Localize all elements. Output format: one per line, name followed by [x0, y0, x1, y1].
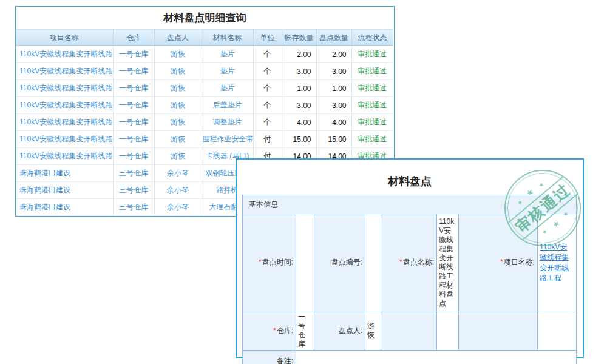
cell-book_qty: 4.00: [282, 114, 316, 131]
cell-material[interactable]: 垫片: [202, 63, 253, 80]
table-row: 110kV安徽线程集变开断线路工程一号仓库游恢垫片个3.003.00审批通过: [16, 63, 393, 80]
label-remark: 备注:: [243, 351, 296, 364]
cell-project[interactable]: 珠海鹤港口建设: [16, 199, 113, 216]
table-row: 110kV安徽线程集变开断线路工程一号仓库游恢垫片个2.002.00审批通过: [16, 46, 393, 63]
column-header: 盘点人: [154, 30, 202, 46]
field-count-time: [296, 214, 314, 311]
cell-project[interactable]: 珠海鹤港口建设: [16, 182, 113, 199]
cell-warehouse[interactable]: 一号仓库: [113, 80, 154, 97]
project-link[interactable]: 110kV安徽线程集变开断线路工程: [540, 243, 569, 282]
label-empty: [459, 311, 538, 351]
cell-status[interactable]: 审批通过: [351, 97, 393, 114]
cell-person[interactable]: 游恢: [154, 131, 202, 148]
cell-person[interactable]: 余小琴: [154, 165, 202, 182]
cell-person[interactable]: 游恢: [154, 80, 202, 97]
cell-warehouse[interactable]: 一号仓库: [113, 131, 154, 148]
cell-project[interactable]: 110kV安徽线程集变开断线路工程: [16, 97, 113, 114]
cell-book_qty: 15.00: [282, 131, 316, 148]
column-header: 项目名称: [16, 30, 113, 46]
cell-book_qty: 3.00: [282, 97, 316, 114]
cell-count_qty: 4.00: [316, 114, 351, 131]
cell-warehouse[interactable]: 三号仓库: [113, 199, 154, 216]
cell-status[interactable]: 审批通过: [351, 80, 393, 97]
table-header-row: 项目名称 仓库 盘点人 材料名称 单位 帐存数量 盘点数量 流程状态: [16, 30, 393, 46]
cell-unit: 付: [253, 131, 282, 148]
table-row: 110kV安徽线程集变开断线路工程一号仓库游恢调整垫片个4.004.00审批通过: [16, 114, 393, 131]
page-title: 材料盘点明细查询: [16, 7, 394, 29]
cell-material[interactable]: 后盖垫片: [202, 97, 253, 114]
cell-unit: 个: [253, 97, 282, 114]
label-count-name: *盘点名称:: [381, 214, 437, 311]
field-empty: [437, 311, 459, 351]
label-empty: [381, 311, 437, 351]
cell-project[interactable]: 110kV安徽线程集变开断线路工程: [16, 80, 113, 97]
cell-warehouse[interactable]: 一号仓库: [113, 148, 154, 165]
label-count-time: *盘点时间:: [243, 214, 296, 311]
label-count-person: 盘点人:: [314, 311, 365, 351]
cell-person[interactable]: 游恢: [154, 114, 202, 131]
cell-project[interactable]: 110kV安徽线程集变开断线路工程: [16, 131, 113, 148]
field-count-code: [365, 214, 381, 311]
cell-warehouse[interactable]: 一号仓库: [113, 97, 154, 114]
cell-count_qty: 3.00: [316, 63, 351, 80]
cell-status[interactable]: 审批通过: [351, 46, 393, 63]
cell-unit: 个: [253, 63, 282, 80]
cell-count_qty: 15.00: [316, 131, 351, 148]
cell-project[interactable]: 110kV安徽线程集变开断线路工程: [16, 148, 113, 165]
cell-warehouse[interactable]: 三号仓库: [113, 165, 154, 182]
field-empty: [538, 311, 577, 351]
star-icon: ★: [540, 228, 548, 235]
cell-count_qty: 3.00: [316, 97, 351, 114]
cell-person[interactable]: 游恢: [154, 97, 202, 114]
star-icon: ★: [551, 218, 562, 230]
cell-count_qty: 1.00: [316, 80, 351, 97]
column-header: 仓库: [113, 30, 154, 46]
stamp-rotated-band: ★ ★ ★ 审核通过 ★ ★ ★: [504, 170, 581, 246]
field-count-person: 游恢: [365, 311, 381, 351]
cell-unit: 个: [253, 114, 282, 131]
column-header: 盘点数量: [316, 30, 351, 46]
field-warehouse: 一号仓库: [296, 311, 314, 351]
cell-person[interactable]: 游恢: [154, 148, 202, 165]
table-row: 110kV安徽线程集变开断线路工程一号仓库游恢垫片个1.001.00审批通过: [16, 80, 393, 97]
field-count-name: 110kV安徽线程集变开断线路工程材料盘点: [437, 214, 459, 311]
cell-unit: 个: [253, 80, 282, 97]
cell-warehouse[interactable]: 一号仓库: [113, 114, 154, 131]
field-remark: [296, 351, 577, 364]
cell-project[interactable]: 110kV安徽线程集变开断线路工程: [16, 46, 113, 63]
cell-project[interactable]: 110kV安徽线程集变开断线路工程: [16, 114, 113, 131]
cell-warehouse[interactable]: 三号仓库: [113, 182, 154, 199]
cell-warehouse[interactable]: 一号仓库: [113, 63, 154, 80]
cell-book_qty: 2.00: [282, 46, 316, 63]
cell-status[interactable]: 审批通过: [351, 63, 393, 80]
cell-warehouse[interactable]: 一号仓库: [113, 46, 154, 63]
cell-unit: 个: [253, 46, 282, 63]
cell-material[interactable]: 围栏作业安全带: [202, 131, 253, 148]
star-icon: ★: [561, 210, 569, 218]
table-row: 110kV安徽线程集变开断线路工程一号仓库游恢围栏作业安全带付15.0015.0…: [16, 131, 393, 148]
cell-status[interactable]: 审批通过: [351, 131, 393, 148]
cell-person[interactable]: 游恢: [154, 63, 202, 80]
cell-person[interactable]: 余小琴: [154, 182, 202, 199]
label-count-code: 盘点编号:: [314, 214, 365, 311]
column-header: 帐存数量: [282, 30, 316, 46]
cell-material[interactable]: 垫片: [202, 46, 253, 63]
stamp-text-band: 审核通过: [504, 170, 581, 246]
star-icon: ★: [516, 198, 524, 206]
cell-book_qty: 1.00: [282, 80, 316, 97]
cell-person[interactable]: 游恢: [154, 46, 202, 63]
stamp-text: 审核通过: [512, 180, 573, 235]
cell-project[interactable]: 珠海鹤港口建设: [16, 165, 113, 182]
required-mark: *: [500, 258, 503, 266]
cell-person[interactable]: 余小琴: [154, 199, 202, 216]
cell-material[interactable]: 调整垫片: [202, 114, 253, 131]
cell-status[interactable]: 审批通过: [351, 114, 393, 131]
required-mark: *: [259, 258, 262, 266]
required-mark: *: [399, 258, 402, 266]
star-icon: ★: [524, 186, 535, 198]
approval-stamp: ★ ★ ★ 审核通过 ★ ★ ★: [504, 170, 581, 246]
cell-material[interactable]: 垫片: [202, 80, 253, 97]
column-header: 流程状态: [351, 30, 393, 46]
column-header: 材料名称: [202, 30, 253, 46]
cell-project[interactable]: 110kV安徽线程集变开断线路工程: [16, 63, 113, 80]
